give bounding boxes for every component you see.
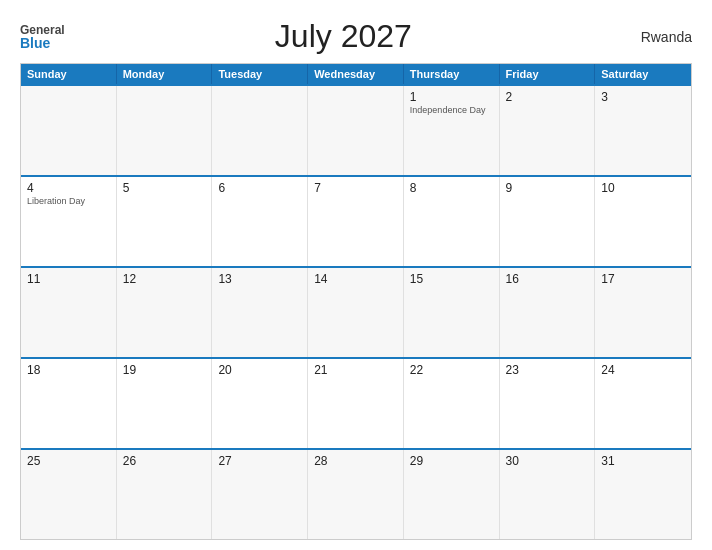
calendar-cell: 27 xyxy=(212,450,308,539)
country-label: Rwanda xyxy=(622,29,692,45)
day-number: 12 xyxy=(123,272,206,286)
col-friday: Friday xyxy=(500,64,596,84)
day-number: 28 xyxy=(314,454,397,468)
day-number: 23 xyxy=(506,363,589,377)
col-sunday: Sunday xyxy=(21,64,117,84)
day-number: 30 xyxy=(506,454,589,468)
day-number: 26 xyxy=(123,454,206,468)
logo: General Blue xyxy=(20,24,65,50)
day-number: 5 xyxy=(123,181,206,195)
calendar-cell: 24 xyxy=(595,359,691,448)
logo-blue-text: Blue xyxy=(20,36,50,50)
day-number: 14 xyxy=(314,272,397,286)
calendar-cell: 4Liberation Day xyxy=(21,177,117,266)
day-number: 17 xyxy=(601,272,685,286)
calendar-week-5: 25262728293031 xyxy=(21,448,691,539)
calendar-cell xyxy=(212,86,308,175)
day-number: 4 xyxy=(27,181,110,195)
day-number: 16 xyxy=(506,272,589,286)
day-number: 31 xyxy=(601,454,685,468)
calendar-cell: 26 xyxy=(117,450,213,539)
col-saturday: Saturday xyxy=(595,64,691,84)
day-number: 9 xyxy=(506,181,589,195)
calendar-cell: 1Independence Day xyxy=(404,86,500,175)
calendar-cell: 9 xyxy=(500,177,596,266)
day-number: 27 xyxy=(218,454,301,468)
calendar-cell: 31 xyxy=(595,450,691,539)
day-number: 1 xyxy=(410,90,493,104)
calendar-cell: 11 xyxy=(21,268,117,357)
day-number: 6 xyxy=(218,181,301,195)
calendar-cell: 2 xyxy=(500,86,596,175)
calendar-cell: 22 xyxy=(404,359,500,448)
calendar-week-1: 1Independence Day23 xyxy=(21,84,691,175)
calendar-cell: 15 xyxy=(404,268,500,357)
day-number: 10 xyxy=(601,181,685,195)
day-number: 3 xyxy=(601,90,685,104)
day-number: 2 xyxy=(506,90,589,104)
day-number: 20 xyxy=(218,363,301,377)
day-number: 22 xyxy=(410,363,493,377)
calendar-cell: 3 xyxy=(595,86,691,175)
calendar-cell: 17 xyxy=(595,268,691,357)
col-monday: Monday xyxy=(117,64,213,84)
calendar-body: 1Independence Day234Liberation Day567891… xyxy=(21,84,691,539)
calendar-cell: 6 xyxy=(212,177,308,266)
col-thursday: Thursday xyxy=(404,64,500,84)
calendar-week-4: 18192021222324 xyxy=(21,357,691,448)
calendar-cell: 18 xyxy=(21,359,117,448)
header: General Blue July 2027 Rwanda xyxy=(20,18,692,55)
calendar-cell: 28 xyxy=(308,450,404,539)
calendar-cell xyxy=(117,86,213,175)
calendar-cell: 14 xyxy=(308,268,404,357)
calendar-cell: 13 xyxy=(212,268,308,357)
calendar-cell: 29 xyxy=(404,450,500,539)
calendar-cell: 30 xyxy=(500,450,596,539)
day-number: 15 xyxy=(410,272,493,286)
calendar-cell: 5 xyxy=(117,177,213,266)
holiday-label: Liberation Day xyxy=(27,196,110,206)
calendar-cell: 23 xyxy=(500,359,596,448)
logo-general-text: General xyxy=(20,24,65,36)
calendar-cell: 10 xyxy=(595,177,691,266)
day-number: 13 xyxy=(218,272,301,286)
calendar-week-2: 4Liberation Day5678910 xyxy=(21,175,691,266)
day-number: 29 xyxy=(410,454,493,468)
col-wednesday: Wednesday xyxy=(308,64,404,84)
calendar-cell: 12 xyxy=(117,268,213,357)
page: General Blue July 2027 Rwanda Sunday Mon… xyxy=(0,0,712,550)
col-tuesday: Tuesday xyxy=(212,64,308,84)
calendar-week-3: 11121314151617 xyxy=(21,266,691,357)
calendar-header: Sunday Monday Tuesday Wednesday Thursday… xyxy=(21,64,691,84)
day-number: 21 xyxy=(314,363,397,377)
calendar-cell: 25 xyxy=(21,450,117,539)
calendar-cell: 8 xyxy=(404,177,500,266)
calendar-title: July 2027 xyxy=(65,18,622,55)
day-number: 7 xyxy=(314,181,397,195)
calendar-cell: 16 xyxy=(500,268,596,357)
calendar-cell: 20 xyxy=(212,359,308,448)
day-number: 18 xyxy=(27,363,110,377)
calendar: Sunday Monday Tuesday Wednesday Thursday… xyxy=(20,63,692,540)
day-number: 19 xyxy=(123,363,206,377)
calendar-cell: 19 xyxy=(117,359,213,448)
calendar-cell: 21 xyxy=(308,359,404,448)
day-number: 8 xyxy=(410,181,493,195)
calendar-cell: 7 xyxy=(308,177,404,266)
calendar-cell xyxy=(21,86,117,175)
day-number: 24 xyxy=(601,363,685,377)
logo-blue-row: Blue xyxy=(20,36,50,50)
calendar-cell xyxy=(308,86,404,175)
holiday-label: Independence Day xyxy=(410,105,493,115)
day-number: 11 xyxy=(27,272,110,286)
day-number: 25 xyxy=(27,454,110,468)
